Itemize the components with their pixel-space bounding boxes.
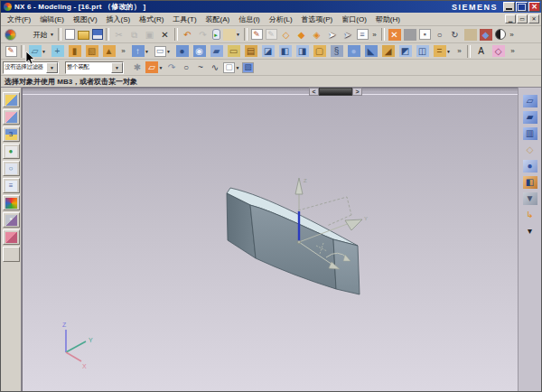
plane-display-button[interactable]: ▱▼ [145, 61, 164, 75]
constraint-navigator-tab[interactable] [3, 109, 20, 125]
sew-button[interactable]: =▼ [431, 44, 453, 59]
assembly-scope-caret-icon[interactable]: ▼ [111, 62, 123, 73]
constraint-button[interactable]: ◇ [490, 44, 507, 59]
snap-point-button[interactable]: ◇ [278, 27, 294, 42]
block-button[interactable]: ▧ [83, 44, 100, 59]
menu-list-button[interactable]: ≡ [355, 27, 369, 42]
trim-dock-button[interactable]: ◧ [521, 174, 539, 190]
selection-filter-caret-icon[interactable]: ▼ [46, 62, 58, 73]
overflow-standard-button[interactable]: » [369, 27, 379, 42]
revolve-button-caret-icon[interactable]: ▼ [166, 49, 172, 54]
subtract-button[interactable]: ◧ [276, 44, 294, 59]
new-file-button[interactable] [63, 27, 76, 42]
menu-item-11[interactable]: 窗口(O) [337, 14, 371, 25]
trim-body-button[interactable]: ◩ [397, 44, 414, 59]
chamfer-dock-button[interactable]: ◇ [521, 142, 539, 157]
redo-button[interactable]: ↷ [195, 27, 210, 42]
quick-pick-button[interactable]: ➤ [340, 27, 355, 42]
arc-snap-button[interactable]: ~ [193, 61, 208, 75]
assembly-navigator-tab[interactable] [3, 92, 20, 107]
sketch-button[interactable]: ✎ [3, 44, 19, 59]
render-style-button[interactable] [493, 27, 507, 42]
overflow-tools-button[interactable]: » [507, 44, 519, 59]
touch-mode-button-caret-icon[interactable]: ▼ [236, 32, 241, 37]
start-button[interactable]: 开始▼ [17, 27, 56, 42]
extrude-dock-button[interactable]: ▱ [521, 93, 539, 108]
part-navigator-tab[interactable]: 3 [3, 126, 20, 142]
maximize-button[interactable] [516, 2, 528, 12]
mdi-minimize-button[interactable]: ▁ [505, 14, 516, 23]
roles-tab[interactable]: * [3, 212, 20, 228]
cone-button[interactable]: ▲ [100, 44, 117, 59]
boolean-dock-button[interactable]: ● [521, 158, 539, 173]
rotate-view-button[interactable]: ↻ [447, 27, 463, 42]
extrude-button-caret-icon[interactable]: ▼ [145, 49, 150, 54]
shell-button[interactable]: ▢ [311, 44, 328, 59]
paste-button[interactable]: ▣ [142, 27, 157, 42]
draft-dock-button[interactable]: ▼ [521, 191, 539, 206]
menu-item-4[interactable]: 插入(S) [102, 14, 136, 25]
datum-csys-button[interactable]: + [49, 44, 66, 59]
csys-z-arrow[interactable] [295, 178, 303, 194]
plane-display-button-caret-icon[interactable]: ▼ [158, 65, 164, 70]
palette-tab[interactable] [3, 195, 20, 210]
copy-button[interactable]: ⧉ [126, 27, 142, 42]
snap-endpoint-button[interactable]: ◆ [294, 27, 309, 42]
history-tab[interactable]: ○ [3, 161, 20, 176]
revolve-button[interactable]: ▭▼ [152, 44, 173, 59]
mdi-restore-button[interactable]: ▭ [517, 14, 528, 23]
model-canvas[interactable]: Z Y [22, 88, 518, 392]
zoom-box-button[interactable]: ▪ [417, 27, 432, 42]
draft-button[interactable]: ◢ [379, 44, 397, 59]
zoom-button[interactable]: ○ [432, 27, 447, 42]
rect-select-button[interactable]: ▢▼ [222, 61, 241, 75]
overflow-feature-button[interactable]: » [453, 44, 465, 59]
blank-tab[interactable] [3, 247, 20, 262]
menu-item-9[interactable]: 分析(L) [265, 14, 297, 25]
intersect-button[interactable]: ◨ [294, 44, 311, 59]
scroll-right-icon[interactable]: > [352, 88, 362, 96]
menu-item-6[interactable]: 工具(T) [168, 14, 201, 25]
spline-snap-button[interactable]: ∿ [208, 61, 222, 75]
replay-button[interactable]: ▸ [210, 27, 221, 42]
delete-button[interactable]: ✕ [157, 27, 173, 42]
sew-button-caret-icon[interactable]: ▼ [446, 49, 452, 54]
snap-midpoint-button[interactable]: ◈ [309, 27, 324, 42]
edge-blend-button[interactable]: ● [345, 44, 362, 59]
menu-item-8[interactable]: 信息(I) [234, 14, 265, 25]
circle-snap-button[interactable]: ○ [179, 61, 193, 75]
snap-settings-button[interactable]: ✱ [130, 61, 145, 75]
snap-toggle-button[interactable]: ↷ [164, 61, 179, 75]
sweep-dock-button[interactable]: ↳ [521, 207, 539, 222]
touch-mode-button[interactable]: ▼ [221, 27, 242, 42]
open-file-button[interactable] [76, 27, 90, 42]
menu-item-2[interactable]: 编辑(E) [35, 14, 69, 25]
pocket-button[interactable]: ▭ [225, 44, 242, 59]
split-body-button[interactable]: ◫ [414, 44, 431, 59]
pad-button[interactable]: ▤ [242, 44, 259, 59]
boss-button[interactable]: ▰ [208, 44, 225, 59]
revolve-dock-button[interactable]: ▰ [521, 109, 539, 125]
undo-button[interactable]: ↶ [180, 27, 195, 42]
menu-item-3[interactable]: 视图(V) [69, 14, 102, 25]
cylinder-button[interactable]: ▮ [66, 44, 83, 59]
csys-origin[interactable] [297, 240, 301, 244]
menu-item-1[interactable]: 文件(F) [3, 14, 35, 25]
assembly-scope-combo[interactable]: 整个装配 ▼ [65, 61, 124, 74]
menu-item-12[interactable]: 帮助(H) [371, 14, 405, 25]
work-view-button[interactable]: ▧ [241, 61, 255, 75]
datum-plane-button-caret-icon[interactable]: ▼ [42, 49, 47, 54]
extrude-button[interactable]: ↑▼ [129, 44, 152, 59]
thread-button[interactable]: § [328, 44, 345, 59]
title-bar[interactable]: NX 6 - Modeling - [16.prt （修改的） ] SIEMEN… [1, 1, 541, 13]
minimize-button[interactable] [503, 2, 515, 12]
hole-button[interactable]: ◉ [191, 44, 208, 59]
selection-filter-combo[interactable]: 没有选择过滤器 ▼ [3, 61, 59, 74]
fill-view-button[interactable] [402, 27, 417, 42]
top-scrollbar[interactable]: < > [309, 88, 362, 96]
chamfer-button[interactable]: ◣ [362, 44, 379, 59]
menu-item-5[interactable]: 格式(R) [135, 14, 168, 25]
csys-y-arrow[interactable] [345, 219, 362, 230]
save-button[interactable] [90, 27, 104, 42]
start-button-caret-icon[interactable]: ▼ [50, 32, 55, 37]
